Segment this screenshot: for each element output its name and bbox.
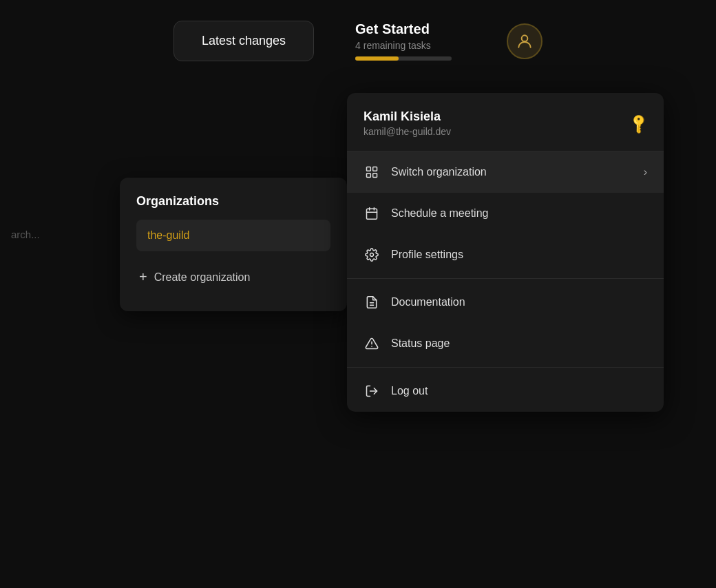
create-org-label: Create organization bbox=[154, 271, 251, 284]
latest-changes-button[interactable]: Latest changes bbox=[173, 21, 314, 61]
switch-organization-item[interactable]: Switch organization › bbox=[347, 151, 664, 193]
search-area: arch... bbox=[0, 220, 110, 248]
alert-triangle-icon bbox=[364, 335, 380, 352]
search-placeholder: arch... bbox=[11, 229, 40, 240]
switch-org-label: Switch organization bbox=[391, 166, 633, 178]
key-icon[interactable]: 🔑 bbox=[626, 112, 651, 136]
progress-bar-container bbox=[355, 56, 452, 61]
status-page-item[interactable]: Status page bbox=[347, 323, 664, 364]
get-started-section: Get Started 4 remaining tasks bbox=[355, 21, 452, 61]
user-icon bbox=[516, 32, 534, 50]
create-organization-button[interactable]: + Create organization bbox=[136, 260, 330, 295]
schedule-meeting-label: Schedule a meeting bbox=[391, 207, 647, 220]
user-header: Kamil Kisiela kamil@the-guild.dev 🔑 bbox=[347, 93, 664, 151]
status-page-label: Status page bbox=[391, 337, 647, 350]
divider-2 bbox=[347, 367, 664, 368]
log-out-label: Log out bbox=[391, 385, 647, 397]
documentation-label: Documentation bbox=[391, 296, 647, 308]
get-started-subtitle: 4 remaining tasks bbox=[355, 40, 431, 51]
top-bar: Latest changes Get Started 4 remaining t… bbox=[0, 21, 716, 61]
avatar-button[interactable] bbox=[507, 23, 543, 59]
progress-bar-fill bbox=[355, 56, 399, 61]
organizations-panel: Organizations the-guild + Create organiz… bbox=[120, 178, 347, 311]
documentation-item[interactable]: Documentation bbox=[347, 282, 664, 323]
svg-rect-3 bbox=[367, 174, 371, 178]
user-email: kamil@the-guild.dev bbox=[364, 126, 451, 137]
schedule-meeting-item[interactable]: Schedule a meeting bbox=[347, 193, 664, 234]
svg-rect-4 bbox=[373, 174, 377, 178]
org-panel-title: Organizations bbox=[136, 194, 330, 209]
get-started-title: Get Started bbox=[355, 21, 430, 37]
svg-rect-2 bbox=[373, 167, 377, 171]
divider-1 bbox=[347, 278, 664, 279]
document-icon bbox=[364, 294, 380, 311]
chevron-right-icon: › bbox=[644, 166, 647, 178]
calendar-icon bbox=[364, 205, 380, 222]
user-dropdown: Kamil Kisiela kamil@the-guild.dev 🔑 Swit… bbox=[347, 93, 664, 412]
user-name: Kamil Kisiela bbox=[364, 109, 451, 124]
svg-point-0 bbox=[522, 35, 528, 41]
log-out-icon bbox=[364, 383, 380, 399]
gear-icon bbox=[364, 246, 380, 263]
svg-rect-5 bbox=[367, 209, 377, 219]
org-item-the-guild[interactable]: the-guild bbox=[136, 220, 330, 251]
org-item-name: the-guild bbox=[147, 229, 189, 241]
profile-settings-item[interactable]: Profile settings bbox=[347, 234, 664, 275]
profile-settings-label: Profile settings bbox=[391, 249, 647, 261]
log-out-item[interactable]: Log out bbox=[347, 370, 664, 412]
svg-point-6 bbox=[370, 253, 374, 257]
grid-icon bbox=[364, 164, 380, 180]
user-info: Kamil Kisiela kamil@the-guild.dev bbox=[364, 109, 451, 137]
plus-icon: + bbox=[139, 269, 147, 285]
svg-rect-1 bbox=[367, 167, 371, 171]
